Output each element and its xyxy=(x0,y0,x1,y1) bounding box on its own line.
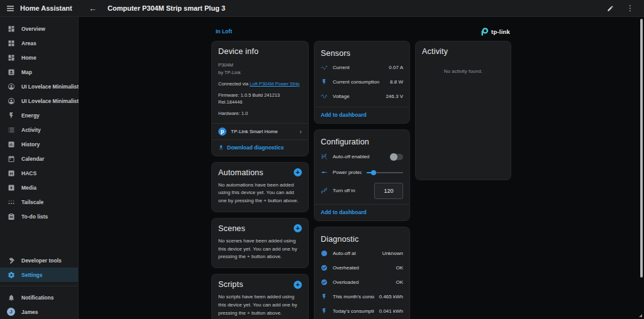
play-box-icon xyxy=(8,184,15,192)
add-scene-button[interactable]: + xyxy=(294,224,302,232)
sidebar-item-user-profile[interactable]: J James xyxy=(0,305,78,319)
sidebar-item-label: Media xyxy=(21,185,36,191)
sidebar-item-label: Map xyxy=(21,69,32,75)
diagnostic-row-month-consumption[interactable]: This month's consumpt… 0.465 kWh xyxy=(314,289,409,304)
device-info-card: Device info P304M by TP-Link Connected v… xyxy=(211,41,309,156)
app-title: Home Assistant xyxy=(20,4,72,12)
power-protect-slider[interactable] xyxy=(367,170,403,176)
check-circle-icon xyxy=(321,279,328,286)
tp-link-brand-logo: tp-link xyxy=(480,27,510,36)
configuration-card: Configuration Auto-off enabled Power pro… xyxy=(314,129,410,221)
sleep-zzz-icon xyxy=(321,187,328,194)
page-title: Computer P304M Strip smart Plug 3 xyxy=(108,4,225,12)
sensor-row-voltage[interactable]: Voltage 246.3 V xyxy=(314,89,409,104)
diagnostic-card: Diagnostic Auto-off at Unknown Overheate… xyxy=(314,227,410,319)
kebab-menu-icon[interactable]: ⋮ xyxy=(626,4,634,13)
diagnostic-row-today-consumption[interactable]: Today's consumption 0.041 kWh xyxy=(314,304,409,318)
sidebar-item-todo-lists[interactable]: To-do lists xyxy=(0,209,78,224)
turn-off-in-input[interactable] xyxy=(374,183,403,199)
diagnostic-value: Unknown xyxy=(382,251,403,256)
check-circle-icon xyxy=(321,264,328,271)
sidebar-item-ui-lovelace-minimalist-1[interactable]: UI Lovelace Minimalist xyxy=(0,79,78,94)
sensors-add-to-dashboard-link[interactable]: Add to dashboard xyxy=(314,107,409,123)
sidebar-item-ui-lovelace-minimalist-2[interactable]: UI Lovelace Minimalist xyxy=(0,94,78,108)
connected-via-link[interactable]: Loft P304M Power Strip xyxy=(250,81,299,87)
current-ac-icon xyxy=(321,64,328,71)
view-dashboard-icon xyxy=(8,25,15,33)
sensor-row-current-consumption[interactable]: Current consumption 8.8 W xyxy=(314,75,409,89)
diagnostic-title: Diagnostic xyxy=(321,235,358,244)
sidebar-item-areas[interactable]: Areas xyxy=(0,36,78,50)
add-script-button[interactable]: + xyxy=(294,281,302,289)
sidebar-item-developer-tools[interactable]: Developer tools xyxy=(0,253,78,268)
chevron-right-icon: › xyxy=(299,128,302,135)
bell-icon xyxy=(8,294,15,301)
configuration-add-to-dashboard-link[interactable]: Add to dashboard xyxy=(314,204,409,220)
sidebar-item-label: To-do lists xyxy=(21,214,48,220)
hacs-icon xyxy=(8,170,15,177)
download-diagnostics-button[interactable]: Download diagnostics xyxy=(212,139,308,156)
main-content: In Loft tp-link Device info P304M xyxy=(79,17,644,319)
slider-thumb[interactable] xyxy=(371,170,376,175)
sidebar-item-hacs[interactable]: HACS xyxy=(0,166,78,180)
sensors-title: Sensors xyxy=(321,49,350,58)
sidebar-item-history[interactable]: History xyxy=(0,137,78,151)
add-automation-button[interactable]: + xyxy=(294,168,302,176)
sidebar-item-energy[interactable]: Energy xyxy=(0,108,78,122)
sidebar-item-home[interactable]: Home xyxy=(0,50,78,65)
diagnostic-row-overloaded[interactable]: Overloaded OK xyxy=(314,275,409,289)
integration-label: TP-Link Smart Home xyxy=(231,129,295,134)
config-row-turn-off-in: Turn off in xyxy=(314,180,409,201)
config-label: Turn off in xyxy=(333,188,369,193)
sensor-row-current[interactable]: Current 0.07 A xyxy=(314,60,409,75)
diagnostic-label: Today's consumption xyxy=(333,308,374,314)
back-arrow-icon[interactable]: ← xyxy=(89,4,97,13)
device-manufacturer: by TP-Link xyxy=(218,69,302,77)
sidebar-item-notifications[interactable]: Notifications xyxy=(0,290,78,305)
person-circle-icon xyxy=(8,83,15,90)
edit-pencil-icon[interactable] xyxy=(607,5,614,12)
download-icon xyxy=(218,144,224,150)
resize-corner-mark xyxy=(639,314,642,317)
automations-empty-text: No automations have been added using thi… xyxy=(218,181,302,205)
sine-wave-icon xyxy=(321,93,328,100)
integration-row[interactable]: p TP-Link Smart Home › xyxy=(212,123,308,139)
hamburger-menu-icon[interactable] xyxy=(6,5,14,12)
diagnostic-value: 0.465 kWh xyxy=(379,294,403,300)
topbar-left: Home Assistant xyxy=(0,4,79,12)
automations-card: Automations + No automations have been a… xyxy=(211,162,309,212)
list-icon xyxy=(8,126,15,134)
sidebar-item-label: Settings xyxy=(21,272,43,278)
sidebar-item-label: Overview xyxy=(21,26,45,32)
sidebar-item-calendar[interactable]: Calendar xyxy=(0,151,78,166)
area-link[interactable]: In Loft xyxy=(216,28,232,35)
automations-title: Automations xyxy=(218,168,264,177)
sidebar-item-label: UI Lovelace Minimalist xyxy=(21,98,79,104)
content-header: In Loft tp-link xyxy=(211,24,511,38)
map-account-icon xyxy=(8,68,15,76)
sidebar-item-label: James xyxy=(21,309,38,315)
connected-via-line: Connected via Loft P304M Power Strip xyxy=(218,81,302,88)
sidebar: Overview Areas Home Map UI Lovelace Mini… xyxy=(0,17,79,319)
sidebar-item-tailscale[interactable]: Tailscale xyxy=(0,195,78,209)
connected-via-prefix: Connected via xyxy=(218,81,250,87)
activity-empty-text: No activity found. xyxy=(422,68,504,74)
clock-icon xyxy=(321,250,328,257)
sidebar-item-map[interactable]: Map xyxy=(0,65,78,79)
sidebar-item-overview[interactable]: Overview xyxy=(0,21,78,36)
sidebar-item-settings[interactable]: Settings xyxy=(0,268,78,282)
auto-off-toggle[interactable] xyxy=(391,154,403,160)
vertical-scrollbar[interactable] xyxy=(640,19,643,278)
diagnostic-row-auto-off-at[interactable]: Auto-off at Unknown xyxy=(314,246,409,261)
download-diagnostics-label: Download diagnostics xyxy=(227,144,284,151)
device-model: P304M xyxy=(218,62,302,69)
sidebar-item-activity[interactable]: Activity xyxy=(0,122,78,137)
diagnostic-value: OK xyxy=(396,279,403,285)
sleep-off-icon xyxy=(321,153,328,160)
scenes-card: Scenes + No scenes have been added using… xyxy=(211,218,309,268)
sensor-label: Voltage xyxy=(333,94,380,99)
tailscale-dots-icon xyxy=(8,198,15,206)
sidebar-item-label: Notifications xyxy=(21,295,53,301)
sidebar-item-media[interactable]: Media xyxy=(0,180,78,195)
diagnostic-row-overheated[interactable]: Overheated OK xyxy=(314,261,409,275)
